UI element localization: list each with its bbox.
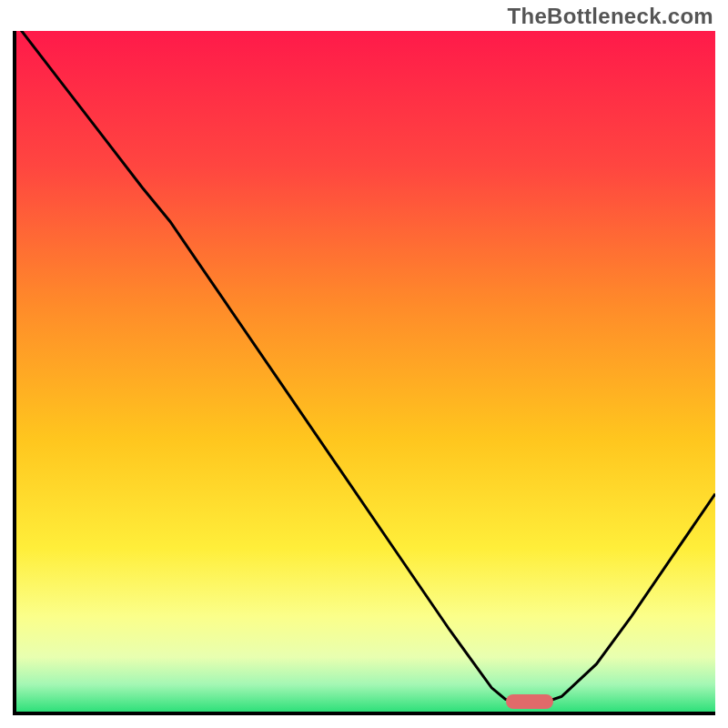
bottleneck-curve (16, 31, 715, 712)
watermark-text: TheBottleneck.com (508, 4, 713, 29)
plot-area (13, 31, 715, 715)
chart-container: TheBottleneck.com (0, 0, 728, 728)
optimal-range-marker (506, 694, 553, 709)
